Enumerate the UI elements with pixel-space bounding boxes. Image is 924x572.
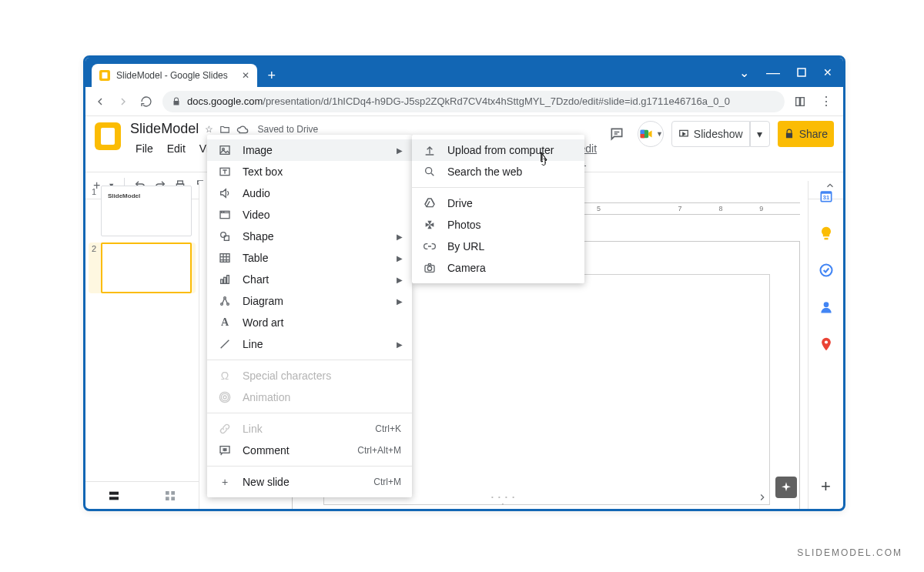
- keep-addon[interactable]: [819, 226, 834, 241]
- svg-rect-33: [221, 279, 223, 283]
- photos-icon: [423, 219, 437, 231]
- forward-button[interactable]: [116, 95, 130, 108]
- wordart-icon: A: [218, 316, 232, 329]
- insert-audio[interactable]: Audio: [207, 182, 412, 204]
- insert-link: LinkCtrl+K: [207, 418, 412, 440]
- browser-titlebar: SlideModel - Google Slides ✕ + ⌄ — ✕: [85, 58, 843, 87]
- svg-rect-16: [172, 491, 176, 495]
- slides-favicon: [99, 70, 110, 81]
- svg-point-45: [427, 266, 431, 270]
- insert-diagram[interactable]: Diagram▶: [207, 290, 412, 312]
- meet-button[interactable]: ▼: [638, 121, 664, 147]
- reload-button[interactable]: [139, 95, 153, 108]
- insert-shape[interactable]: Shape▶: [207, 226, 412, 247]
- url-field[interactable]: docs.google.com/presentation/d/1hICDq4-h…: [162, 91, 785, 112]
- cloud-status[interactable]: Saved to Drive: [236, 124, 318, 135]
- insert-wordart[interactable]: AWord art: [207, 312, 412, 333]
- calendar-addon[interactable]: 31: [819, 189, 834, 204]
- textbox-icon: [218, 166, 232, 178]
- browser-tab[interactable]: SlideModel - Google Slides ✕: [92, 64, 257, 87]
- kebab-icon[interactable]: ⋮: [820, 94, 832, 109]
- drive-icon: [423, 197, 437, 209]
- svg-rect-6: [640, 130, 644, 134]
- plus-icon: +: [218, 476, 232, 488]
- video-icon: [218, 209, 232, 221]
- svg-point-37: [224, 297, 226, 299]
- chevron-down-icon[interactable]: ⌄: [739, 65, 749, 80]
- insert-line[interactable]: Line▶: [207, 333, 412, 355]
- audio-icon: [218, 187, 232, 199]
- insert-special-chars: ΩSpecial characters: [207, 365, 412, 386]
- line-icon: [218, 338, 232, 350]
- svg-rect-3: [796, 97, 800, 105]
- minimize-icon[interactable]: —: [766, 65, 780, 81]
- menu-edit[interactable]: Edit: [162, 140, 191, 167]
- svg-point-24: [823, 302, 829, 307]
- insert-new-slide[interactable]: +New slideCtrl+M: [207, 471, 412, 493]
- share-button[interactable]: Share: [778, 121, 834, 147]
- add-addon[interactable]: +: [821, 477, 831, 497]
- slide-thumb-1[interactable]: 1 SlideModel: [89, 186, 196, 236]
- slide-thumb-2[interactable]: 2: [89, 243, 196, 293]
- slide-panel: 1 SlideModel 2: [85, 181, 199, 509]
- new-tab-button[interactable]: +: [262, 65, 282, 85]
- camera-icon: [423, 262, 437, 274]
- tab-title: SlideModel - Google Slides: [116, 70, 228, 81]
- svg-point-30: [221, 232, 226, 238]
- slides-logo[interactable]: [95, 122, 121, 150]
- move-icon[interactable]: [219, 124, 230, 135]
- explore-button[interactable]: [775, 477, 797, 498]
- slideshow-button[interactable]: Slideshow: [671, 121, 750, 147]
- upload-icon: [423, 144, 437, 156]
- insert-video[interactable]: Video: [207, 204, 412, 226]
- menu-file[interactable]: File: [130, 140, 159, 167]
- insert-table[interactable]: Table▶: [207, 247, 412, 269]
- side-addons: 31 +: [808, 181, 843, 509]
- maps-addon[interactable]: [819, 336, 834, 352]
- insert-image[interactable]: Image▶: [207, 139, 412, 161]
- contacts-addon[interactable]: [819, 299, 834, 315]
- close-window-icon[interactable]: ✕: [823, 66, 832, 79]
- slideshow-dropdown[interactable]: ▾: [750, 121, 770, 147]
- svg-rect-1: [102, 72, 108, 79]
- by-url[interactable]: By URL: [412, 236, 584, 257]
- svg-rect-15: [166, 491, 169, 495]
- svg-rect-17: [166, 497, 169, 500]
- svg-text:31: 31: [822, 194, 829, 201]
- filmstrip-view[interactable]: [108, 490, 120, 502]
- upload-from-computer[interactable]: Upload from computer: [412, 139, 584, 161]
- grid-view[interactable]: [164, 490, 176, 502]
- star-icon[interactable]: ☆: [205, 124, 213, 135]
- from-camera[interactable]: Camera: [412, 257, 584, 279]
- sidepanel-toggle[interactable]: [757, 492, 768, 503]
- tasks-addon[interactable]: [819, 263, 834, 278]
- from-drive[interactable]: Drive: [412, 192, 584, 214]
- comments-button[interactable]: [604, 121, 630, 147]
- svg-rect-18: [172, 497, 176, 500]
- view-switcher: [85, 481, 199, 509]
- svg-rect-35: [227, 276, 229, 284]
- back-button[interactable]: [93, 95, 107, 108]
- svg-rect-26: [220, 146, 229, 155]
- maximize-icon[interactable]: [797, 68, 806, 77]
- insert-textbox[interactable]: Text box: [207, 161, 412, 182]
- svg-point-40: [221, 393, 228, 400]
- close-tab-icon[interactable]: ✕: [242, 70, 249, 81]
- table-icon: [218, 252, 232, 264]
- address-bar: docs.google.com/presentation/d/1hICDq4-h…: [85, 87, 843, 116]
- from-photos[interactable]: Photos: [412, 214, 584, 236]
- lock-icon: [172, 97, 181, 106]
- svg-point-39: [223, 396, 226, 399]
- insert-comment[interactable]: CommentCtrl+Alt+M: [207, 440, 412, 461]
- document-title[interactable]: SlideModel: [130, 121, 199, 137]
- insert-chart[interactable]: Chart▶: [207, 269, 412, 290]
- svg-rect-4: [801, 97, 805, 105]
- diagram-icon: [218, 295, 232, 307]
- url-host: docs.google.com: [187, 95, 263, 107]
- svg-rect-7: [640, 134, 644, 138]
- drag-handle[interactable]: • • • • •: [488, 493, 519, 507]
- reader-icon[interactable]: [794, 95, 806, 108]
- search-the-web[interactable]: Search the web: [412, 161, 584, 182]
- watermark: SLIDEMODEL.COM: [797, 547, 902, 558]
- svg-rect-34: [224, 277, 226, 283]
